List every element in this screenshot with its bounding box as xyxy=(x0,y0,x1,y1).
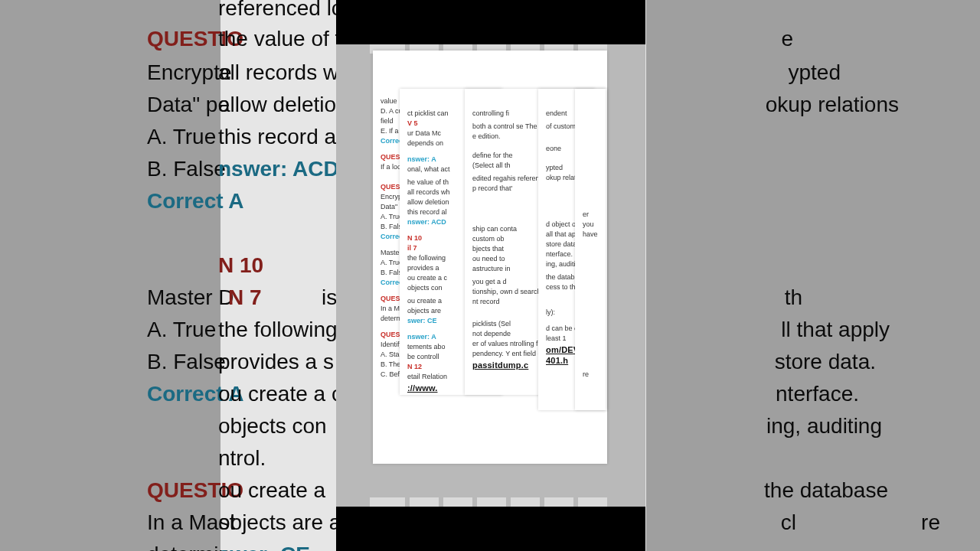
question-n10: N 10 xyxy=(218,249,263,282)
bg-text: ou create a xyxy=(218,474,325,507)
bg-text: ou create a c xyxy=(218,378,342,410)
bg-text: Data" pe xyxy=(147,89,230,121)
txt: least 1 xyxy=(546,334,567,342)
bg-text: is xyxy=(322,282,337,314)
doc-page-5: er you have re tml xyxy=(575,89,606,410)
txt: tionship, own xyxy=(472,288,513,295)
txt: d search xyxy=(514,288,541,295)
bg-text: th xyxy=(785,282,802,314)
bg-text: the following xyxy=(218,314,338,346)
stage: referenced lo QUESTIO the value of th En… xyxy=(0,0,980,551)
center-viewport: value D. A custo field E. If a fiel Corr… xyxy=(336,44,645,507)
txt: er of values xyxy=(472,340,508,347)
txt: er you have xyxy=(583,210,598,240)
center-column: value D. A custo field E. If a fiel Corr… xyxy=(336,0,645,551)
bg-text: allow deletion xyxy=(218,89,348,121)
bg-right-layer: e ypted okup relations th ll that apply … xyxy=(646,0,980,551)
page-shadow xyxy=(410,497,439,507)
question-n7: N 7 xyxy=(228,282,262,314)
bg-text: ll that apply xyxy=(781,314,890,346)
txt: re xyxy=(583,370,598,380)
txt: edited rega xyxy=(472,174,507,182)
bg-text: objects con xyxy=(218,410,327,442)
page-shadow xyxy=(544,497,573,507)
page-shadow xyxy=(370,497,405,507)
correct-answer: Correct A xyxy=(147,185,244,217)
bg-text: store data. xyxy=(775,346,876,378)
page-shadow xyxy=(578,497,607,507)
page-shadow xyxy=(511,497,540,507)
answer-ce: swer: CE xyxy=(218,539,310,551)
bg-text: this record al xyxy=(218,121,341,153)
answer-acd: nswer: ACD xyxy=(218,153,339,185)
bg-text: all records wh xyxy=(218,57,351,89)
bg-text: referenced lo xyxy=(218,0,343,24)
option-b-false: B. False xyxy=(147,153,226,185)
url-link[interactable]: ://www. xyxy=(407,383,438,393)
option-b-false: B. False xyxy=(147,346,226,378)
bg-text: provides a s xyxy=(218,346,334,378)
page-shadow xyxy=(477,497,506,507)
bg-text: re xyxy=(921,507,940,539)
bg-text: e xyxy=(781,23,793,55)
bg-left-layer: referenced lo QUESTIO the value of th En… xyxy=(0,0,220,551)
option-a-true: A. True xyxy=(147,314,216,346)
txt: pendency. Y xyxy=(472,350,510,357)
txt: both a control xyxy=(472,122,514,130)
page-shadow xyxy=(443,497,472,507)
bg-text: Master D xyxy=(147,282,234,314)
bg-text: ing, auditing xyxy=(766,410,882,442)
bg-text: ntrol. xyxy=(218,442,266,474)
bg-text: okup relations xyxy=(766,89,899,121)
bg-text: nterface. xyxy=(776,378,859,410)
url-link[interactable]: om/DE xyxy=(546,345,573,354)
bg-text: cl xyxy=(781,507,796,539)
url-link[interactable]: dump.c xyxy=(498,360,528,370)
option-a-true: A. True xyxy=(147,121,216,153)
bg-text: the value of th xyxy=(218,23,353,55)
url-link[interactable]: passit xyxy=(472,360,498,370)
bg-text: objects are a xyxy=(218,507,341,539)
bg-text: ypted xyxy=(789,57,841,89)
bg-text: the database xyxy=(764,474,888,507)
